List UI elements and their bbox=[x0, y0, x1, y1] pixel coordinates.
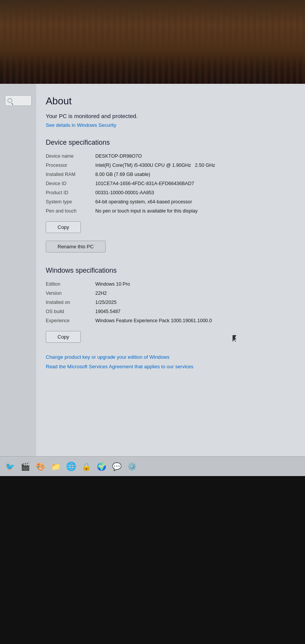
spec-value-system-type: 64-bit operating system, x64-based proce… bbox=[95, 199, 294, 205]
device-copy-button[interactable]: Copy bbox=[46, 221, 81, 233]
windows-security-link[interactable]: See details in Windows Security bbox=[46, 122, 294, 128]
taskbar-icon-paint[interactable]: 🎨 bbox=[34, 460, 47, 473]
taskbar-icon-folder[interactable]: 📁 bbox=[49, 460, 63, 473]
spec-value-pen-touch: No pen or touch input is available for t… bbox=[95, 208, 294, 214]
spec-label-installed-on: Installed on bbox=[46, 300, 95, 305]
spec-row-product-id: Product ID 00331-10000-00001-AA853 bbox=[46, 190, 294, 195]
spec-label-edition: Edition bbox=[46, 281, 95, 287]
spec-value-product-id: 00331-10000-00001-AA853 bbox=[95, 190, 294, 195]
spec-label-version: Version bbox=[46, 291, 95, 296]
device-specs-table: Device name DESKTOP-DR98O7O Processor In… bbox=[46, 153, 294, 214]
main-content: About Your PC is monitored and protected… bbox=[36, 84, 305, 476]
spec-value-ram: 8.00 GB (7.69 GB usable) bbox=[95, 172, 294, 177]
spec-value-installed-on: 1/25/2025 bbox=[95, 300, 294, 305]
taskbar-icon-bird[interactable]: 🐦 bbox=[3, 460, 17, 473]
windows-specs-table: Edition Windows 10 Pro Version 22H2 Inst… bbox=[46, 281, 294, 323]
taskbar: 🐦 🎬 🎨 📁 🌐 🔒 🌍 💬 ⚙️ bbox=[0, 456, 305, 476]
change-product-key-link[interactable]: Change product key or upgrade your editi… bbox=[46, 354, 294, 360]
spec-label-os-build: OS build bbox=[46, 309, 95, 314]
taskbar-icon-store[interactable]: 🔒 bbox=[79, 460, 93, 473]
spec-value-device-id: 101CE7A4-1656-4FDC-831A-EFD66436BAD7 bbox=[95, 181, 294, 186]
taskbar-icon-video[interactable]: 🎬 bbox=[18, 460, 32, 473]
search-icon bbox=[8, 98, 12, 103]
spec-label-experience: Experience bbox=[46, 318, 95, 323]
search-box[interactable] bbox=[5, 95, 32, 106]
spec-value-version: 22H2 bbox=[95, 291, 294, 296]
microsoft-services-link[interactable]: Read the Microsoft Services Agreement th… bbox=[46, 364, 294, 369]
windows-copy-button[interactable]: Copy bbox=[46, 331, 81, 343]
page-title: About bbox=[46, 95, 294, 107]
spec-row-version: Version 22H2 bbox=[46, 291, 294, 296]
spec-label-ram: Installed RAM bbox=[46, 172, 95, 177]
spec-value-device-name: DESKTOP-DR98O7O bbox=[95, 153, 294, 159]
spec-row-edition: Edition Windows 10 Pro bbox=[46, 281, 294, 287]
taskbar-icon-chrome[interactable]: 🌍 bbox=[95, 460, 108, 473]
spec-label-product-id: Product ID bbox=[46, 190, 95, 195]
spec-row-installed-on: Installed on 1/25/2025 bbox=[46, 300, 294, 305]
device-specs-title: Device specifications bbox=[46, 139, 294, 147]
spec-label-processor: Processor bbox=[46, 163, 95, 168]
taskbar-icon-settings[interactable]: ⚙️ bbox=[125, 460, 139, 473]
spec-row-device-id: Device ID 101CE7A4-1656-4FDC-831A-EFD664… bbox=[46, 181, 294, 186]
spec-label-system-type: System type bbox=[46, 199, 95, 205]
spec-value-edition: Windows 10 Pro bbox=[95, 281, 294, 287]
spec-label-device-name: Device name bbox=[46, 153, 95, 159]
spec-row-pen-touch: Pen and touch No pen or touch input is a… bbox=[46, 208, 294, 214]
spec-label-device-id: Device ID bbox=[46, 181, 95, 186]
spec-row-device-name: Device name DESKTOP-DR98O7O bbox=[46, 153, 294, 159]
taskbar-icon-edge[interactable]: 🌐 bbox=[64, 460, 78, 473]
spec-row-os-build: OS build 19045.5487 bbox=[46, 309, 294, 314]
taskbar-icon-chat[interactable]: 💬 bbox=[110, 460, 124, 473]
spec-row-ram: Installed RAM 8.00 GB (7.69 GB usable) bbox=[46, 172, 294, 177]
bottom-background bbox=[0, 476, 305, 644]
spec-value-os-build: 19045.5487 bbox=[95, 309, 294, 314]
windows-specs-title: Windows specifications bbox=[46, 267, 294, 275]
spec-value-processor: Intel(R) Core(TM) i5-4300U CPU @ 1.90GHz… bbox=[95, 163, 294, 168]
spec-row-processor: Processor Intel(R) Core(TM) i5-4300U CPU… bbox=[46, 163, 294, 168]
spec-row-experience: Experience Windows Feature Experience Pa… bbox=[46, 318, 294, 323]
spec-value-experience: Windows Feature Experience Pack 1000.190… bbox=[95, 318, 294, 323]
spec-row-system-type: System type 64-bit operating system, x64… bbox=[46, 199, 294, 205]
sidebar bbox=[0, 84, 36, 476]
rename-pc-button[interactable]: Rename this PC bbox=[46, 241, 106, 252]
top-background bbox=[0, 0, 305, 84]
spec-label-pen-touch: Pen and touch bbox=[46, 208, 95, 214]
screen-area: About Your PC is monitored and protected… bbox=[0, 84, 305, 476]
protection-text: Your PC is monitored and protected. bbox=[46, 113, 294, 119]
